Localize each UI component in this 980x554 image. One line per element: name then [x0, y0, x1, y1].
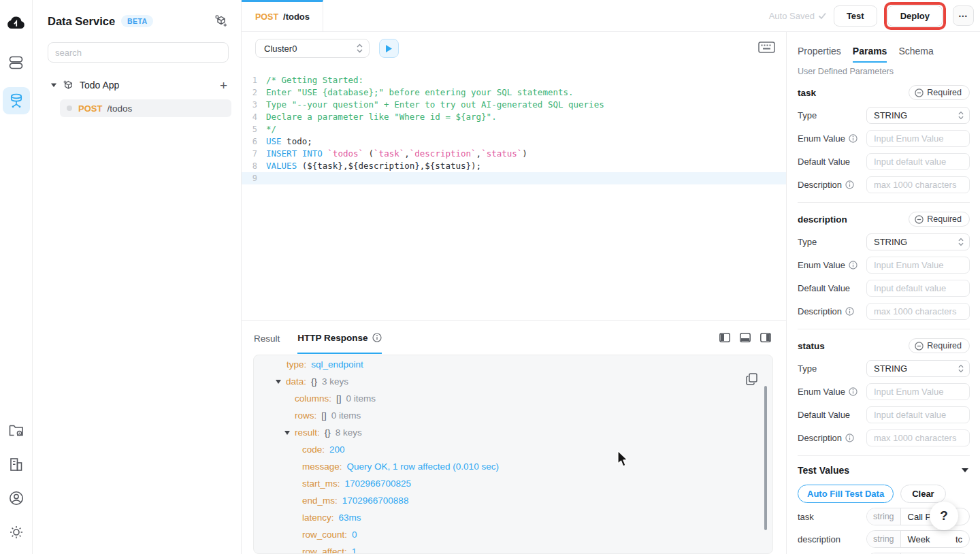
param-name: description — [798, 214, 847, 225]
enum-value-input[interactable] — [866, 383, 970, 400]
info-icon[interactable] — [849, 387, 858, 396]
enum-value-input[interactable] — [866, 130, 970, 147]
expand-caret-icon[interactable] — [50, 82, 57, 88]
create-app-button[interactable] — [214, 14, 229, 29]
param-card-description: description Required Type STRING Enum Va… — [798, 203, 970, 329]
data-service-icon — [7, 92, 25, 110]
copy-icon — [746, 373, 757, 385]
account-nav-button[interactable] — [4, 486, 29, 510]
autosave-status: Auto Saved — [769, 11, 827, 21]
code-line: 4Declare a parameter like "Where id = ${… — [242, 111, 786, 123]
info-icon[interactable] — [845, 434, 854, 442]
params-panel: Properties Params Schema User Defined Pa… — [786, 32, 980, 554]
info-icon[interactable] — [845, 180, 854, 189]
cluster-select[interactable]: Cluster0 — [255, 39, 370, 58]
tab-result[interactable]: Result — [254, 323, 280, 353]
default-value-input[interactable] — [866, 406, 970, 423]
tab-schema[interactable]: Schema — [898, 46, 933, 61]
required-toggle[interactable]: Required — [909, 212, 970, 227]
description-input[interactable] — [866, 176, 970, 193]
endpoint-method: POST — [78, 103, 102, 114]
param-name: task — [798, 88, 816, 98]
play-icon — [385, 44, 393, 53]
project-settings-nav-button[interactable] — [4, 418, 29, 442]
endpoint-status-dot — [67, 105, 72, 111]
search-input[interactable] — [55, 48, 221, 58]
collapse-caret-icon[interactable] — [962, 468, 968, 472]
tidb-cloud-logo[interactable] — [4, 11, 29, 35]
test-value-name: description — [798, 534, 866, 544]
data-service-nav-button[interactable] — [3, 87, 30, 114]
test-button[interactable]: Test — [834, 5, 877, 27]
annotation-highlight: Deploy — [884, 2, 946, 30]
clusters-nav-button[interactable] — [4, 50, 29, 75]
layout-right-icon[interactable] — [760, 333, 771, 342]
type-label: Type — [798, 363, 866, 374]
required-toggle[interactable]: Required — [909, 85, 970, 100]
tab-post-todos[interactable]: POST /todos — [242, 0, 323, 31]
editor-area: Cluster0 1/* Getting Started: 2Enter "US… — [242, 32, 786, 554]
info-icon[interactable] — [372, 333, 382, 342]
code-line: 2Enter "USE {database};" before entering… — [242, 86, 786, 99]
layout-bottom-icon[interactable] — [740, 333, 751, 342]
required-label: Required — [927, 88, 962, 97]
code-line: 1/* Getting Started: — [242, 74, 786, 86]
more-actions-button[interactable]: ⋯ — [953, 5, 974, 26]
layout-left-icon[interactable] — [719, 333, 730, 342]
description-input[interactable] — [866, 429, 970, 446]
collapse-caret-icon[interactable] — [276, 380, 281, 384]
description-label: Description — [798, 306, 842, 316]
response-json-tree: type:sql_endpoint data:{}3 keys columns:… — [254, 355, 772, 554]
default-value-label: Default Value — [798, 410, 866, 420]
type-select-value: STRING — [874, 363, 958, 374]
test-value-input-description[interactable]: Weektc — [901, 534, 969, 544]
help-button[interactable]: ? — [930, 502, 958, 530]
code-line: 6USE todo; — [242, 135, 786, 148]
required-toggle[interactable]: Required — [909, 338, 970, 353]
theme-toggle-button[interactable] — [4, 520, 29, 544]
select-chevrons-icon — [357, 44, 363, 53]
run-query-button[interactable] — [379, 39, 399, 58]
minus-circle-icon — [915, 342, 924, 351]
tab-http-response[interactable]: HTTP Response — [297, 322, 381, 354]
info-icon[interactable] — [849, 134, 858, 143]
test-value-type: string — [867, 508, 901, 525]
organization-nav-button[interactable] — [4, 452, 29, 476]
code-text: /* Getting Started: — [266, 74, 363, 86]
description-input[interactable] — [866, 303, 970, 320]
sql-editor[interactable]: 1/* Getting Started: 2Enter "USE {databa… — [242, 74, 786, 184]
type-select[interactable]: STRING — [866, 360, 970, 377]
default-value-label: Default Value — [798, 157, 866, 167]
copy-response-button[interactable] — [746, 373, 757, 385]
line-number: 3 — [246, 99, 266, 111]
tree-item-post-todos[interactable]: POST /todos — [60, 99, 231, 117]
keyboard-icon — [758, 42, 775, 53]
tab-params[interactable]: Params — [853, 46, 887, 63]
collapse-caret-icon[interactable] — [284, 431, 290, 435]
default-value-input[interactable] — [866, 280, 970, 297]
result-tabs: Result HTTP Response — [242, 321, 786, 355]
response-scrollbar[interactable] — [764, 386, 767, 530]
result-panel: Result HTTP Response type:sql_endpoint d… — [242, 320, 786, 554]
type-select[interactable]: STRING — [866, 107, 970, 124]
info-icon[interactable] — [845, 307, 854, 316]
auto-fill-test-data-button[interactable]: Auto Fill Test Data — [798, 485, 894, 503]
type-select[interactable]: STRING — [866, 233, 970, 250]
line-number: 8 — [246, 160, 266, 172]
deploy-button[interactable]: Deploy — [887, 5, 943, 27]
check-icon — [818, 12, 827, 20]
keyboard-shortcuts-button[interactable] — [758, 42, 775, 53]
tab-properties[interactable]: Properties — [798, 46, 841, 61]
clear-button[interactable]: Clear — [900, 485, 946, 503]
http-response-viewer[interactable]: type:sql_endpoint data:{}3 keys columns:… — [253, 355, 773, 554]
enum-value-input[interactable] — [866, 257, 970, 274]
default-value-input[interactable] — [866, 153, 970, 170]
tree-item-todo-app[interactable]: Todo App + — [33, 76, 241, 94]
info-icon[interactable] — [849, 261, 858, 270]
add-endpoint-button[interactable]: + — [220, 79, 227, 92]
code-line: 8VALUES (${task},${description},${status… — [242, 160, 786, 172]
data-service-sidebar: Data Service BETA Todo App + POST — [33, 0, 242, 554]
line-number: 1 — [246, 74, 266, 86]
type-select-value: STRING — [874, 110, 958, 120]
tab-path: /todos — [283, 12, 310, 22]
